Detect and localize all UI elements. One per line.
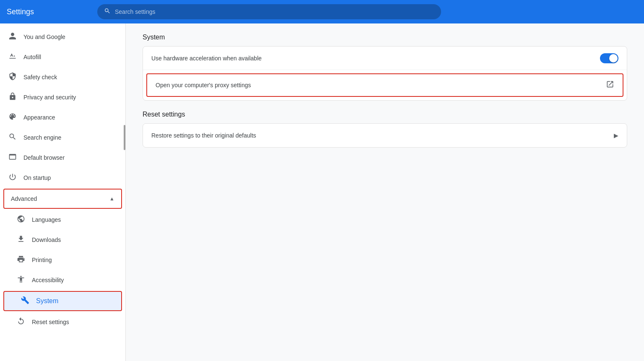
- content-area: System Use hardware acceleration when av…: [126, 23, 644, 361]
- reset-section-title: Reset settings: [143, 111, 627, 118]
- shield-icon: [8, 72, 17, 82]
- external-link-icon: [606, 80, 614, 91]
- advanced-section-header[interactable]: Advanced ▲: [3, 189, 122, 209]
- sidebar-label-search-engine: Search engine: [23, 134, 114, 141]
- download-icon: [17, 235, 25, 245]
- scrollbar-indicator: [124, 125, 125, 150]
- sidebar-item-safety-check[interactable]: Safety check: [0, 67, 122, 87]
- toggle-thumb: [609, 54, 618, 62]
- sidebar-label-accessibility: Accessibility: [32, 277, 64, 283]
- sidebar-label-default-browser: Default browser: [23, 154, 114, 161]
- sidebar-label-you-and-google: You and Google: [23, 34, 114, 40]
- sidebar-item-system-wrapper[interactable]: System: [3, 291, 122, 311]
- sidebar-label-autofill: Autofill: [23, 54, 114, 60]
- sidebar-item-downloads[interactable]: Downloads: [0, 230, 122, 250]
- print-icon: [17, 255, 25, 265]
- sidebar-item-languages[interactable]: Languages: [0, 210, 122, 230]
- sidebar-label-languages: Languages: [32, 216, 61, 223]
- app-header: Settings: [0, 0, 644, 23]
- sidebar-item-reset-settings[interactable]: Reset settings: [0, 312, 122, 332]
- sidebar-item-you-and-google[interactable]: You and Google: [0, 27, 122, 47]
- restore-defaults-row[interactable]: Restore settings to their original defau…: [143, 124, 627, 147]
- sidebar-label-reset-settings: Reset settings: [32, 319, 69, 325]
- sidebar-label-system: System: [36, 297, 58, 305]
- sidebar-item-autofill[interactable]: Autofill: [0, 47, 122, 67]
- system-section-title: System: [143, 34, 627, 41]
- sidebar-label-downloads: Downloads: [32, 236, 61, 243]
- sidebar-item-printing[interactable]: Printing: [0, 250, 122, 270]
- wrench-icon: [21, 296, 29, 306]
- accessibility-icon: [17, 275, 25, 285]
- chevron-up-icon: ▲: [109, 196, 114, 202]
- startup-icon: [8, 173, 17, 183]
- reset-icon: [17, 317, 25, 327]
- reset-card: Restore settings to their original defau…: [143, 123, 627, 148]
- main-layout: You and Google Autofill Safety check Pri…: [0, 23, 644, 361]
- globe-icon: [17, 215, 25, 225]
- sidebar-label-safety-check: Safety check: [23, 74, 114, 81]
- sidebar-item-search-engine[interactable]: Search engine: [0, 127, 122, 148]
- hardware-acceleration-label: Use hardware acceleration when available: [151, 55, 600, 62]
- proxy-settings-label: Open your computer's proxy settings: [156, 82, 606, 88]
- restore-defaults-label: Restore settings to their original defau…: [151, 132, 614, 139]
- sidebar-label-privacy: Privacy and security: [23, 94, 114, 101]
- hardware-acceleration-row: Use hardware acceleration when available: [143, 47, 627, 70]
- sidebar-label-on-startup: On startup: [23, 174, 114, 181]
- sidebar-item-on-startup[interactable]: On startup: [0, 168, 122, 188]
- autofill-icon: [8, 52, 17, 62]
- sidebar-item-appearance[interactable]: Appearance: [0, 107, 122, 127]
- sidebar-item-default-browser[interactable]: Default browser: [0, 148, 122, 168]
- privacy-icon: [8, 92, 17, 102]
- search-icon: [104, 8, 111, 16]
- advanced-label: Advanced: [11, 195, 109, 202]
- sidebar: You and Google Autofill Safety check Pri…: [0, 23, 126, 361]
- appearance-icon: [8, 112, 17, 122]
- person-icon: [8, 32, 17, 42]
- sidebar-label-printing: Printing: [32, 257, 52, 263]
- sidebar-item-system-inner: System: [4, 292, 121, 310]
- app-title: Settings: [7, 8, 91, 16]
- hardware-acceleration-toggle[interactable]: [600, 53, 618, 63]
- system-card: Use hardware acceleration when available…: [143, 46, 627, 101]
- search-engine-icon: [8, 132, 17, 143]
- search-input[interactable]: [115, 8, 434, 15]
- chevron-right-icon: ▶: [614, 132, 618, 139]
- proxy-settings-row[interactable]: Open your computer's proxy settings: [146, 73, 623, 97]
- sidebar-label-appearance: Appearance: [23, 114, 114, 121]
- search-bar[interactable]: [97, 4, 441, 19]
- sidebar-item-accessibility[interactable]: Accessibility: [0, 270, 122, 290]
- sidebar-item-privacy[interactable]: Privacy and security: [0, 87, 122, 107]
- browser-icon: [8, 153, 17, 163]
